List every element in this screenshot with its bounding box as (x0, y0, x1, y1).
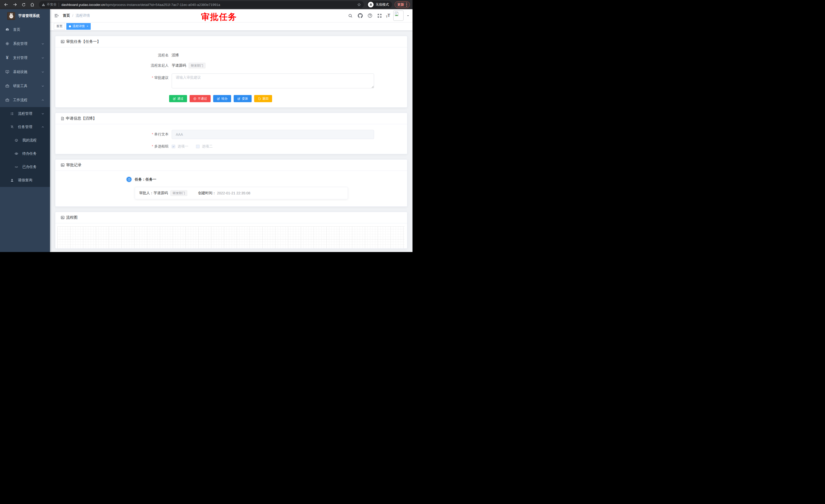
toolbox-icon (5, 98, 9, 102)
transfer-button[interactable]: 转办 (213, 95, 231, 102)
checkbox-option-1: 选项一 (172, 144, 188, 149)
close-icon[interactable]: × (87, 25, 88, 28)
home-icon[interactable] (29, 1, 36, 8)
process-name-value: 滔博 (172, 53, 179, 58)
yen-icon: ¥ (5, 56, 9, 60)
browser-update-button[interactable]: 更新 (394, 1, 410, 8)
tab-label: 首页 (56, 24, 63, 28)
approve-button[interactable]: 通过 (169, 95, 187, 102)
app-logo[interactable]: 芋道管理系统 (0, 9, 50, 22)
card-title: 审批记录 (66, 163, 81, 167)
bpmn-canvas[interactable] (57, 226, 404, 248)
reject-button[interactable]: 不通过 (190, 95, 211, 102)
chevron-down-icon (41, 70, 44, 74)
button-label: 委派 (242, 96, 248, 101)
suggestion-textarea[interactable] (172, 74, 374, 88)
help-icon[interactable] (367, 12, 373, 19)
picture-icon (61, 39, 65, 44)
security-label: 不安全 (47, 2, 57, 7)
sidebar-item-label: 支付管理 (13, 56, 27, 60)
tree-icon (10, 125, 14, 129)
hamburger-icon[interactable] (50, 9, 63, 22)
forward-icon[interactable] (11, 1, 18, 8)
workflow-submenu: 流程管理 任务管理 我的流程 待办任务 (0, 107, 50, 187)
initiator-value: 芋道源码 研发部门 (172, 63, 206, 68)
back-icon[interactable] (3, 1, 10, 8)
robot-icon (14, 138, 19, 143)
broken-image-icon (394, 11, 399, 16)
checkbox-label: 选项一 (177, 144, 188, 149)
initiator-name: 芋道源码 (172, 63, 186, 68)
navbar-actions: TT (347, 10, 410, 21)
card-title: 审批任务【任务一】 (66, 39, 101, 44)
tab-home[interactable]: 首页 (54, 23, 65, 30)
return-button[interactable]: 退回 (254, 95, 272, 102)
app-title: 芋道管理系统 (18, 14, 40, 18)
sidebar-item-workflow[interactable]: 工作流程 (0, 93, 50, 107)
edit-icon (237, 97, 241, 100)
breadcrumb-separator: / (72, 14, 73, 18)
sidebar-item-devtools[interactable]: 研发工具 (0, 79, 50, 93)
sidebar-item-label: 流程管理 (18, 111, 32, 116)
avatar[interactable] (393, 10, 403, 21)
tab-process-detail[interactable]: 流程详情 × (66, 23, 91, 30)
breadcrumb-current: 流程详情 (76, 13, 90, 18)
sidebar-item-infra[interactable]: 基础设施 (0, 65, 50, 79)
user-icon (10, 178, 14, 183)
sidebar-item-done-tasks[interactable]: 已办任务 (0, 160, 50, 174)
caret-down-icon[interactable] (406, 14, 409, 17)
audit-timeline: 任务：任务一 审批人： 芋道源码 研发部门 创建时间： 2022-01-21 2… (127, 174, 402, 199)
sidebar-item-label: 任务管理 (18, 125, 32, 129)
sidebar-item-system[interactable]: 系统管理 (0, 36, 50, 51)
sidebar-item-process-mgmt[interactable]: 流程管理 (0, 107, 50, 120)
sidebar-item-todo-tasks[interactable]: 待办任务 (0, 147, 50, 160)
sidebar-item-label: 请假查询 (18, 178, 32, 183)
sidebar-item-task-mgmt[interactable]: 任务管理 (0, 120, 50, 134)
fullscreen-icon[interactable] (376, 12, 383, 19)
circle-close-icon (193, 97, 197, 100)
sidebar-menu: 首页 系统管理 ¥ 支付管理 基础设施 (0, 22, 50, 252)
breadcrumb: 首页 / 流程详情 (63, 13, 90, 18)
button-label: 转办 (221, 96, 228, 101)
picture-icon (61, 163, 65, 167)
audit-record-card: 审批记录 任务：任务一 审批人： 芋道 (55, 159, 407, 207)
suggestion-row: 审批建议 (61, 74, 402, 89)
search-icon[interactable] (347, 12, 354, 19)
active-dot (69, 25, 71, 27)
breadcrumb-home[interactable]: 首页 (63, 13, 70, 18)
delegate-button[interactable]: 委派 (234, 95, 251, 102)
chevron-down-icon (41, 56, 44, 60)
more-menu-icon[interactable] (406, 3, 407, 7)
toolbox-icon (5, 84, 9, 88)
text-field-row: 单行文本 (61, 130, 402, 139)
navbar: 首页 / 流程详情 审批任务 (50, 9, 412, 22)
sidebar-item-home[interactable]: 首页 (0, 22, 50, 36)
incognito-icon (368, 2, 374, 7)
address-bar[interactable]: 不安全 dashboard.yudao.iocoder.cn/bpm/proce… (39, 1, 364, 8)
card-header: 审批记录 (55, 160, 407, 171)
dashboard-icon (5, 27, 9, 32)
created-time: 2022-01-21 22:35:08 (217, 191, 250, 195)
tags-view: 首页 流程详情 × (50, 22, 412, 31)
approve-task-card: 审批任务【任务一】 流程名 滔博 流程发起人 芋道源码 研发部门 (55, 36, 407, 107)
audit-detail-box: 审批人： 芋道源码 研发部门 创建时间： 2022-01-21 22:35:08 (135, 187, 348, 199)
eye-icon (14, 151, 19, 156)
list-icon (10, 111, 14, 116)
font-size-icon[interactable]: TT (386, 13, 390, 18)
refresh-left-icon (258, 97, 261, 100)
sidebar: 芋道管理系统 首页 系统管理 ¥ 支付管理 (0, 9, 50, 252)
star-icon[interactable] (357, 3, 361, 7)
reload-icon[interactable] (20, 1, 27, 8)
dept-tag: 研发部门 (170, 190, 187, 196)
url-text[interactable]: dashboard.yudao.iocoder.cn/bpm/process-i… (62, 3, 357, 7)
sidebar-item-my-process[interactable]: 我的流程 (0, 134, 50, 147)
process-diagram-card: 流程图 (55, 212, 407, 249)
checkbox-option-2: 选项二 (196, 144, 213, 149)
single-line-input (172, 130, 374, 139)
button-label: 退回 (262, 96, 269, 101)
sidebar-item-payment[interactable]: ¥ 支付管理 (0, 51, 50, 65)
github-icon[interactable] (357, 12, 364, 19)
browser-toolbar: 不安全 dashboard.yudao.iocoder.cn/bpm/proce… (0, 0, 412, 9)
sidebar-item-leave-query[interactable]: 请假查询 (0, 174, 50, 187)
omnibox-divider (59, 3, 59, 7)
